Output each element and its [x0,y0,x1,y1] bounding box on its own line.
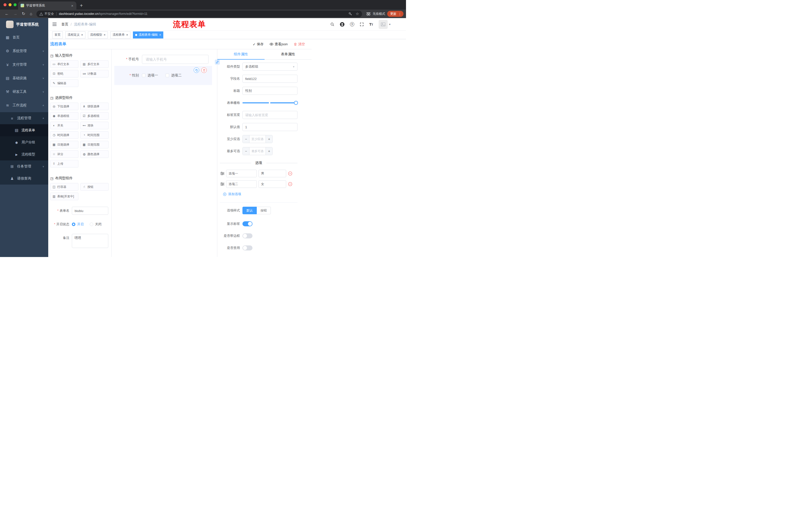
new-tab-button[interactable]: + [80,3,83,8]
user-menu[interactable]: ▾ [379,20,390,29]
forward-icon[interactable]: → [13,12,17,16]
palette-item-single-line-text[interactable]: ▭单行文本 [50,60,78,68]
drag-handle-icon[interactable] [220,182,224,186]
address-bar[interactable]: 不安全 dashboard.yudao.iocoder.cn /bpm/mana… [36,10,362,17]
field-gender-selected[interactable]: 性别 选项一 选项二 [114,66,212,85]
sidebar-item-workflow[interactable]: ≋ 工作流程 ∧ [0,99,48,112]
hamburger-icon[interactable] [52,22,57,26]
slider-handle[interactable] [294,101,298,105]
update-button[interactable]: 更新 ⋮ [387,11,404,17]
option-label-input[interactable] [226,180,257,188]
view-json-button[interactable]: 查看json [269,42,288,47]
bookmark-star-icon[interactable]: ☆ [356,11,359,16]
browser-menu-icon[interactable]: ⋮ [398,12,402,16]
breadcrumb-home[interactable]: 首页 [61,22,68,27]
clear-button[interactable]: 清空 [294,42,305,47]
style-button-button[interactable]: 按钮 [257,207,271,214]
tag-home[interactable]: 首页 [52,31,63,38]
help-icon[interactable]: ? [350,22,354,26]
minus-button[interactable]: − [243,135,250,143]
plus-button[interactable]: + [266,135,272,143]
back-icon[interactable]: ← [5,12,9,16]
max-select-value[interactable]: 最多可选 [250,147,266,155]
default-value-input[interactable] [242,123,297,131]
show-label-switch[interactable] [242,221,253,226]
palette-item-rate[interactable]: ☆评分 [50,151,78,158]
field-gender[interactable]: 性别 选项一 选项二 [119,71,203,80]
delete-field-button[interactable] [201,67,207,73]
drag-handle-icon[interactable] [220,172,224,175]
field-name-input[interactable] [242,75,297,83]
home-icon[interactable]: ⌂ [30,12,32,16]
sidebar-item-process-form[interactable]: ▤ 流程表单 [0,124,48,136]
component-type-select[interactable]: 多选框组 ▼ [242,63,297,71]
palette-item-time-range[interactable]: ◔时间范围 [80,131,109,139]
palette-item-multi-line-text[interactable]: ▤多行文本 [80,60,109,68]
github-icon[interactable] [340,22,344,27]
tag-close-icon[interactable]: × [126,33,128,36]
browser-tab[interactable]: 芋道管理系统 × [18,1,76,9]
font-size-icon[interactable]: TT [369,22,373,26]
sidebar-item-process-management[interactable]: ≡ 流程管理 ∧ [0,112,48,124]
link-icon[interactable] [215,60,220,64]
disabled-switch[interactable] [242,245,253,250]
sidebar-item-payment-management[interactable]: ¥ 支付管理 ∨ [0,58,48,72]
palette-item-upload[interactable]: ⇧上传 [50,160,78,167]
zoom-window-button[interactable] [13,3,17,6]
sidebar-item-process-model[interactable]: ► 流程模型 [0,148,48,160]
fullscreen-icon[interactable] [360,22,364,26]
gender-option-2[interactable]: 选项二 [166,73,182,78]
security-label[interactable]: 不安全 [45,12,54,16]
sidebar-item-task-management[interactable]: ⊞ 任务管理 ∨ [0,160,48,172]
form-remark-textarea[interactable]: 嘿嘿 [72,234,108,248]
search-icon[interactable] [330,22,335,26]
palette-item-slider[interactable]: ⊷滑块 [80,122,109,129]
sidebar-item-user-group[interactable]: ☻ 用户分组 [0,136,48,148]
design-canvas[interactable]: 手机号 性别 [112,49,217,257]
palette-item-password[interactable]: ⊡密码 [50,70,78,77]
palette-item-switch[interactable]: ◐开关 [50,122,78,129]
palette-item-button[interactable]: ☝按钮 [80,183,109,191]
status-on-radio[interactable]: 开启 [72,222,84,226]
tag-process-form-edit[interactable]: 流程表单-编辑 × [133,31,164,38]
palette-item-checkbox-group[interactable]: ☑多选框组 [80,112,109,120]
tab-close-icon[interactable]: × [70,4,74,7]
status-off-radio[interactable]: 关闭 [90,222,102,226]
tag-process-model[interactable]: 流程模型 × [88,31,108,38]
save-button[interactable]: ✓ 保存 [253,42,264,47]
palette-item-radio-group[interactable]: ◉单选框组 [50,112,78,120]
tab-form-props[interactable]: 表单属性 [265,49,312,59]
sidebar-item-infrastructure[interactable]: ▤ 基础设施 ∨ [0,72,48,85]
grid-slider[interactable] [242,99,297,107]
remove-option-button[interactable] [288,171,292,176]
copy-field-button[interactable] [194,67,199,73]
style-default-button[interactable]: 默认 [242,207,257,214]
tag-close-icon[interactable]: × [104,33,106,36]
option-value-input[interactable] [259,170,286,177]
palette-item-date-picker[interactable]: ▦日期选择 [50,141,78,148]
palette-item-color-picker[interactable]: ◍颜色选择 [80,151,109,158]
title-input[interactable] [242,87,297,95]
sidebar-item-home[interactable]: ▦ 首页 [0,31,48,44]
field-phone[interactable]: 手机号 [119,55,208,64]
sidebar-item-dev-tools[interactable]: ⚒ 研发工具 ∨ [0,85,48,99]
palette-item-row-container[interactable]: ◫行容器 [50,183,78,191]
tab-component-props[interactable]: 组件属性 [217,49,265,59]
palette-item-table[interactable]: ▥表格[开发中] [50,193,78,200]
option-label-input[interactable] [226,170,257,177]
plus-button[interactable]: + [266,147,272,155]
gender-option-1[interactable]: 选项一 [142,73,158,78]
palette-item-select[interactable]: ◎下拉选择 [50,103,78,110]
tag-close-icon[interactable]: × [81,33,83,36]
form-name-input[interactable] [72,207,108,215]
remove-option-button[interactable] [288,182,292,186]
reload-icon[interactable]: ↻ [22,12,25,16]
border-switch[interactable] [242,233,253,238]
sidebar-item-system-management[interactable]: ⚙ 系统管理 ∨ [0,44,48,58]
sidebar-item-leave-query[interactable]: ♟ 请假查询 [0,172,48,185]
label-width-input[interactable] [242,111,297,119]
palette-item-date-range[interactable]: ▩日期范围 [80,141,109,148]
palette-item-cascader[interactable]: ⋔级联选择 [80,103,109,110]
phone-input[interactable] [142,55,208,64]
minimize-window-button[interactable] [8,3,11,6]
